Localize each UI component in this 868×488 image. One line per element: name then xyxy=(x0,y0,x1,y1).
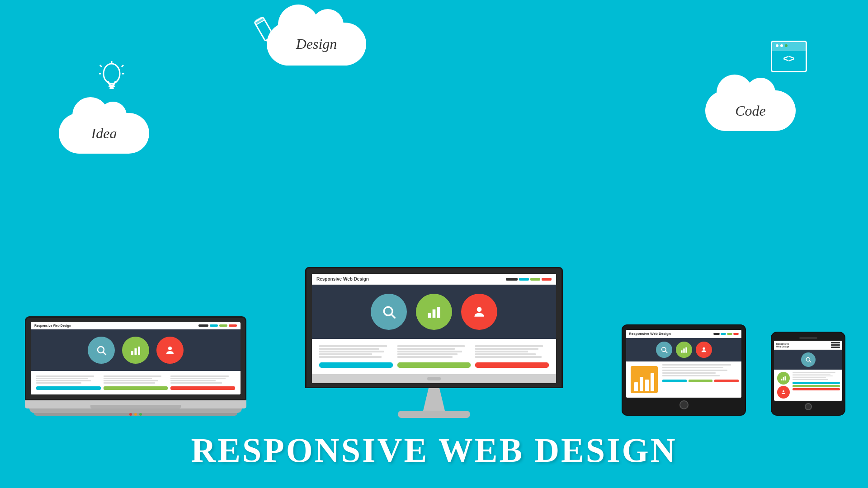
nav-dot-2 xyxy=(210,324,218,327)
phone-circle-chart xyxy=(777,372,790,385)
monitor-body xyxy=(312,339,556,374)
laptop-hinge xyxy=(34,413,237,416)
svg-rect-28 xyxy=(683,348,684,352)
laptop-body xyxy=(31,371,241,394)
phone-circle-person xyxy=(777,386,790,399)
tablet-home-button xyxy=(679,400,689,409)
tablet-circle-search xyxy=(656,342,672,358)
laptop-dot-orange xyxy=(134,413,137,416)
phone-title: ResponsiveWeb Design xyxy=(776,343,789,348)
svg-line-5 xyxy=(122,65,123,67)
tablet-device: Responsive Web Design xyxy=(622,324,746,416)
tablet-hero xyxy=(626,338,741,361)
chart-bar-2 xyxy=(640,377,643,391)
phone-speaker xyxy=(799,337,817,339)
chart-bar-3 xyxy=(645,380,649,391)
monitor-stand xyxy=(420,388,448,411)
svg-rect-33 xyxy=(781,379,783,380)
svg-rect-34 xyxy=(783,377,784,380)
monitor-circle-person xyxy=(461,294,497,330)
code-icon: <> xyxy=(771,41,807,72)
code-brackets-text: <> xyxy=(783,53,795,65)
nav-dot-1 xyxy=(198,324,208,327)
svg-line-20 xyxy=(391,314,395,318)
tablet-title: Responsive Web Design xyxy=(629,332,671,336)
svg-point-24 xyxy=(477,307,482,312)
monitor-hero xyxy=(312,285,556,339)
tablet-chart-block xyxy=(631,366,658,393)
svg-line-26 xyxy=(665,351,667,353)
svg-rect-16 xyxy=(135,348,137,355)
laptop-screen-title: Responsive Web Design xyxy=(34,324,71,327)
svg-point-30 xyxy=(703,347,705,350)
svg-rect-27 xyxy=(681,350,682,352)
chart-bar-1 xyxy=(634,382,638,391)
tablet-header: Responsive Web Design xyxy=(626,330,741,338)
phone-hero xyxy=(774,350,842,370)
svg-rect-17 xyxy=(138,347,140,355)
cloud-design-label: Design xyxy=(296,36,337,52)
laptop-screen-header: Responsive Web Design xyxy=(31,322,241,329)
tablet-circle-chart xyxy=(676,342,692,358)
monitor-title: Responsive Web Design xyxy=(316,277,369,282)
svg-rect-2 xyxy=(109,87,114,89)
svg-point-0 xyxy=(104,64,120,84)
cloud-idea-label: Idea xyxy=(91,125,117,142)
svg-point-18 xyxy=(168,347,172,350)
lightbulb-icon xyxy=(98,61,125,97)
monitor-screen-inner: Responsive Web Design xyxy=(312,274,556,374)
phone-outer: ResponsiveWeb Design xyxy=(771,332,845,416)
svg-rect-1 xyxy=(108,85,115,87)
main-title-container: Responsive Web Design xyxy=(191,431,677,470)
phone-screen: ResponsiveWeb Design xyxy=(774,341,842,401)
laptop-foot xyxy=(29,408,242,413)
svg-point-36 xyxy=(783,390,784,392)
laptop-nav xyxy=(198,324,237,327)
laptop-hero xyxy=(31,329,241,371)
cloud-idea: Idea xyxy=(59,113,149,154)
laptop-base xyxy=(25,400,246,408)
phone-device: ResponsiveWeb Design xyxy=(771,332,845,416)
monitor-header: Responsive Web Design xyxy=(312,274,556,285)
dot-green xyxy=(785,44,788,47)
laptop-screen-outer: Responsive Web Design xyxy=(25,316,246,400)
laptop-dot-green xyxy=(139,413,142,416)
svg-rect-15 xyxy=(131,351,133,355)
svg-rect-21 xyxy=(428,313,431,318)
dot-red xyxy=(776,44,778,47)
chart-bar-4 xyxy=(651,373,654,391)
svg-line-4 xyxy=(100,65,102,67)
main-title: Responsive Web Design xyxy=(191,431,677,469)
phone-circle-search xyxy=(801,352,816,367)
svg-line-32 xyxy=(809,361,811,362)
svg-rect-29 xyxy=(685,347,687,353)
nav-dot-3 xyxy=(219,324,227,327)
svg-rect-35 xyxy=(785,376,786,380)
phone-home-button xyxy=(805,403,812,410)
tablet-circle-person xyxy=(696,342,712,358)
tablet-screen: Responsive Web Design xyxy=(626,330,741,398)
laptop-device: Responsive Web Design xyxy=(25,316,246,416)
dot-orange xyxy=(780,44,783,47)
monitor-camera xyxy=(427,377,441,380)
cloud-code: Code xyxy=(705,90,796,131)
code-icon-dots xyxy=(776,44,788,47)
laptop-screen-inner: Responsive Web Design xyxy=(31,322,241,394)
tablet-outer: Responsive Web Design xyxy=(622,324,746,416)
monitor-circle-search xyxy=(371,294,407,330)
nav-dot-4 xyxy=(229,324,237,327)
laptop-circle-person xyxy=(156,337,184,364)
tablet-body xyxy=(626,361,741,398)
monitor-bottom-bar xyxy=(312,374,556,383)
monitor-base xyxy=(398,411,470,418)
svg-line-14 xyxy=(103,352,106,355)
laptop-circle-search xyxy=(88,337,115,364)
monitor-circle-chart xyxy=(416,294,452,330)
phone-header: ResponsiveWeb Design xyxy=(774,341,842,350)
monitor-device: Responsive Web Design xyxy=(305,267,563,418)
laptop-dot-red xyxy=(129,413,132,416)
svg-rect-22 xyxy=(433,310,436,318)
laptop-circle-chart xyxy=(122,337,149,364)
monitor-screen-outer: Responsive Web Design xyxy=(305,267,563,388)
phone-body xyxy=(774,370,842,401)
